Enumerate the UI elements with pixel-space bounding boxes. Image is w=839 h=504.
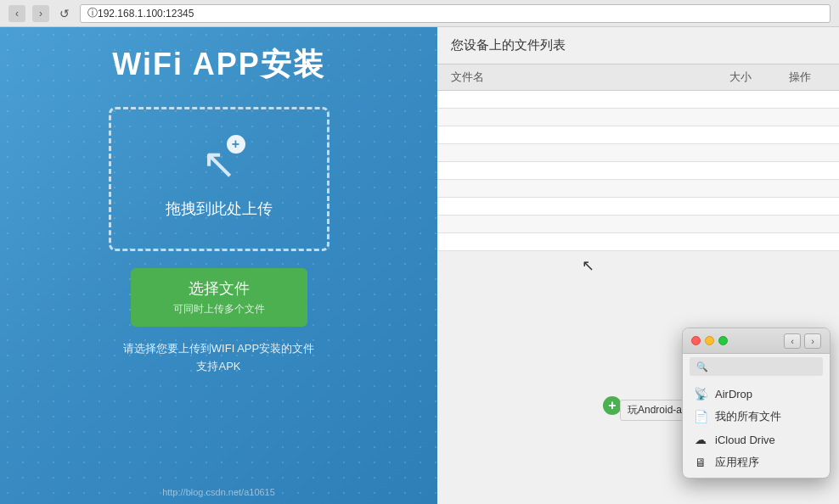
browser-chrome: ‹ › ↺ ⓘ 192.168.1.100:12345 bbox=[0, 0, 839, 27]
table-row bbox=[437, 162, 839, 180]
minimize-traffic-light[interactable] bbox=[705, 336, 714, 345]
traffic-lights bbox=[691, 336, 728, 345]
table-row bbox=[437, 91, 839, 109]
maximize-traffic-light[interactable] bbox=[718, 336, 728, 345]
finder-item-label-apps: 应用程序 bbox=[715, 455, 759, 470]
address-bar[interactable]: ⓘ 192.168.1.100:12345 bbox=[80, 4, 831, 23]
table-row bbox=[437, 144, 839, 162]
right-panel: 您设备上的文件列表 文件名 大小 操作 ↖ + 玩Android-app-deb… bbox=[437, 27, 839, 504]
finder-search-bar[interactable]: 🔍 bbox=[690, 357, 823, 376]
finder-items-list: 📡 AirDrop 📄 我的所有文件 ☁ iCloud Drive 🖥 应用程序 bbox=[683, 379, 830, 478]
drop-text: 拖拽到此处上传 bbox=[166, 199, 273, 219]
finder-nav: ‹ › bbox=[784, 333, 821, 349]
finder-back-button[interactable]: ‹ bbox=[784, 333, 801, 349]
finder-item-label-all-files: 我的所有文件 bbox=[715, 409, 781, 424]
apps-icon: 🖥 bbox=[693, 456, 708, 469]
airdrop-icon: 📡 bbox=[693, 387, 708, 400]
app-title: WiFi APP安装 bbox=[112, 44, 324, 86]
hint-line2: 支持APK bbox=[123, 358, 314, 376]
all-files-icon: 📄 bbox=[693, 410, 708, 423]
finder-titlebar: ‹ › bbox=[683, 328, 830, 354]
address-icon: ⓘ bbox=[87, 6, 98, 20]
finder-item-label-icloud: iCloud Drive bbox=[715, 434, 775, 446]
col-action-header: 操作 bbox=[774, 70, 825, 85]
finder-forward-button[interactable]: › bbox=[804, 333, 821, 349]
table-row bbox=[437, 126, 839, 144]
table-row bbox=[437, 180, 839, 198]
refresh-button[interactable]: ↺ bbox=[56, 5, 73, 22]
address-text: 192.168.1.100:12345 bbox=[98, 8, 194, 20]
table-row bbox=[437, 198, 839, 216]
hint-line1: 请选择您要上传到WIFI APP安装的文件 bbox=[123, 340, 314, 358]
select-file-button[interactable]: 选择文件 可同时上传多个文件 bbox=[131, 268, 307, 327]
finder-item-label-airdrop: AirDrop bbox=[715, 388, 752, 400]
main-area: WiFi APP安装 ↖ + 拖拽到此处上传 选择文件 可同时上传多个文件 请选… bbox=[0, 27, 839, 504]
drop-icon: ↖ + bbox=[201, 139, 237, 188]
table-row bbox=[437, 109, 839, 126]
file-table-header: 文件名 大小 操作 bbox=[437, 64, 839, 91]
icloud-icon: ☁ bbox=[693, 433, 708, 446]
forward-button[interactable]: › bbox=[32, 5, 49, 22]
select-btn-label: 选择文件 bbox=[189, 278, 250, 299]
close-traffic-light[interactable] bbox=[691, 336, 701, 345]
table-row bbox=[437, 216, 839, 233]
col-name-header: 文件名 bbox=[451, 70, 707, 85]
hint-text: 请选择您要上传到WIFI APP安装的文件 支持APK bbox=[123, 340, 314, 376]
section-title: 您设备上的文件列表 bbox=[437, 27, 839, 64]
finder-item-apps[interactable]: 🖥 应用程序 bbox=[683, 451, 830, 474]
watermark: http://blog.csdn.net/a10615 bbox=[162, 487, 275, 497]
finder-popup: ‹ › 🔍 📡 AirDrop 📄 我的所有文件 ☁ iCloud D bbox=[682, 328, 831, 479]
drop-zone[interactable]: ↖ + 拖拽到此处上传 bbox=[109, 107, 329, 251]
plus-badge: + bbox=[227, 135, 245, 154]
back-button[interactable]: ‹ bbox=[8, 5, 25, 22]
finder-item-all-files[interactable]: 📄 我的所有文件 bbox=[683, 405, 830, 428]
finder-item-airdrop[interactable]: 📡 AirDrop bbox=[683, 383, 830, 405]
search-icon: 🔍 bbox=[696, 361, 708, 372]
col-size-header: 大小 bbox=[707, 70, 774, 85]
table-row bbox=[437, 233, 839, 251]
drag-plus-indicator: + bbox=[603, 396, 622, 415]
finder-item-icloud[interactable]: ☁ iCloud Drive bbox=[683, 428, 830, 451]
select-btn-sub: 可同时上传多个文件 bbox=[173, 302, 265, 316]
left-panel: WiFi APP安装 ↖ + 拖拽到此处上传 选择文件 可同时上传多个文件 请选… bbox=[0, 27, 437, 504]
